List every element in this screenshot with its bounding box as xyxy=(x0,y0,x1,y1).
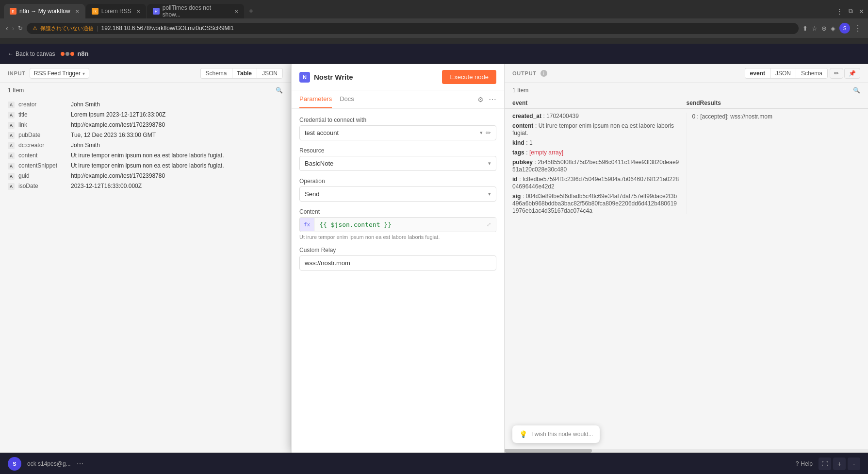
output-edit-icon[interactable]: ✏ xyxy=(830,68,843,79)
back-nav-btn[interactable]: ‹ xyxy=(6,24,8,32)
output-scrollbar[interactable] xyxy=(505,449,868,453)
output-data-grid: created_at : 1702400439 content : Ut iru… xyxy=(505,109,868,453)
content-fx-badge: fx xyxy=(300,218,314,231)
user-more-icon[interactable]: ⋯ xyxy=(77,460,83,468)
help-label: Help xyxy=(801,460,813,467)
chat-lightbulb-icon: 💡 xyxy=(519,430,527,438)
star-icon[interactable]: ☆ xyxy=(812,25,818,32)
tab-label-poll: pollTimes does not show... xyxy=(163,4,229,18)
restore-icon[interactable]: ⧉ xyxy=(849,7,853,15)
row-type-badge: A xyxy=(8,112,15,118)
tab-label-n8n: n8n → My workflow xyxy=(19,8,70,15)
row-key: pubDate xyxy=(18,132,67,138)
zoom-in-btn[interactable]: + xyxy=(833,457,846,470)
separator: | xyxy=(97,25,98,32)
menu-icon[interactable]: ⋮ xyxy=(854,24,862,33)
row-type-badge: A xyxy=(8,132,15,139)
resource-selector[interactable]: BasicNote ▾ xyxy=(299,156,496,171)
extension-icon2[interactable]: ◈ xyxy=(831,25,835,32)
output-tab-table[interactable]: event xyxy=(745,68,770,79)
custom-relay-input[interactable] xyxy=(299,255,496,271)
operation-value: Send xyxy=(305,190,319,198)
execute-node-button[interactable]: Execute node xyxy=(442,70,496,84)
tab-parameters[interactable]: Parameters xyxy=(299,90,332,108)
output-key: created_at : 1702400439 xyxy=(512,113,680,119)
tab-poll[interactable]: P pollTimes does not show... ✕ xyxy=(147,4,244,18)
output-item-count: 1 Item xyxy=(512,87,528,94)
back-to-canvas-btn[interactable]: ← Back to canvas xyxy=(8,51,55,57)
tab-bar: n n8n → My workflow ✕ R Lorem RSS ✕ P po… xyxy=(0,0,868,18)
resource-field-group: Resource BasicNote ▾ xyxy=(299,147,496,171)
row-value: http://example.com/test/1702398780 xyxy=(71,172,165,179)
tab-n8n[interactable]: n n8n → My workflow ✕ xyxy=(4,4,85,18)
col-header-event: event xyxy=(512,100,687,106)
modal-action-icons: ⚙ ⋯ xyxy=(477,95,496,104)
row-value: Tue, 12 Dec 2023 16:33:00 GMT xyxy=(71,132,156,138)
reload-btn[interactable]: ↻ xyxy=(18,25,23,32)
output-search-icon[interactable]: 🔍 xyxy=(853,87,860,94)
resource-arrow: ▾ xyxy=(488,160,491,167)
row-value: Ut irure tempor enim ipsum non ea est la… xyxy=(71,162,224,169)
tab-lorem[interactable]: R Lorem RSS ✕ xyxy=(86,4,146,18)
settings-icon[interactable]: ⚙ xyxy=(477,96,484,103)
chat-bubble[interactable]: 💡 I wish this node would... xyxy=(512,425,600,443)
row-value: Ut irure tempor enim ipsum non ea est la… xyxy=(71,152,224,159)
input-tab-table[interactable]: Table xyxy=(232,68,257,79)
row-type-badge: A xyxy=(8,163,15,169)
input-source-selector[interactable]: RSS Feed Trigger ▾ xyxy=(30,68,89,79)
input-data-rows: A creator John Smith A title Lorem ipsum… xyxy=(0,98,291,453)
app-logo-label: n8n xyxy=(77,50,88,57)
send-results-value: 0 : [accepted]: wss://nostr.mom xyxy=(692,113,772,120)
tab-docs[interactable]: Docs xyxy=(340,90,354,108)
output-field-created-at: created_at : 1702400439 xyxy=(512,113,680,119)
input-tab-schema[interactable]: Schema xyxy=(200,68,232,79)
resource-label: Resource xyxy=(299,147,496,154)
tab-add[interactable]: + xyxy=(245,5,257,17)
profile-icon[interactable]: S xyxy=(839,23,850,34)
bottom-bar: S ock s14pes@g... ⋯ ? Help ⛶ + - xyxy=(0,453,868,474)
help-btn[interactable]: ? Help xyxy=(796,460,813,467)
col-header-send-results: sendResults xyxy=(687,100,861,106)
input-tab-json[interactable]: JSON xyxy=(257,68,283,79)
tab-close-lorem[interactable]: ✕ xyxy=(136,9,140,14)
address-bar[interactable]: ⚠ 保護されていない通信 | 192.168.10.6:5678/workflo… xyxy=(27,23,799,34)
table-row: A content Ut irure tempor enim ipsum non… xyxy=(0,151,291,161)
operation-field-group: Operation Send ▾ xyxy=(299,178,496,202)
output-pin-icon[interactable]: 📌 xyxy=(844,68,860,79)
operation-label: Operation xyxy=(299,178,496,185)
zoom-controls: ⛶ + - xyxy=(819,457,860,470)
content-resize-icon[interactable]: ⤢ xyxy=(487,221,491,228)
content-input-row[interactable]: fx {{ $json.content }} ⤢ xyxy=(299,217,496,232)
input-tabs: Schema Table JSON xyxy=(200,68,283,79)
credential-value: test account xyxy=(305,129,339,136)
forward-nav-btn[interactable]: › xyxy=(12,24,15,32)
n8n-logo-icon xyxy=(61,49,74,59)
tab-list-icon[interactable]: ⋮ xyxy=(836,8,843,15)
more-icon[interactable]: ⋯ xyxy=(489,95,496,104)
output-tab-json[interactable]: JSON xyxy=(770,68,796,79)
row-key: dc:creator xyxy=(18,142,67,149)
fullscreen-btn[interactable]: ⛶ xyxy=(819,457,831,470)
input-search-icon[interactable]: 🔍 xyxy=(276,87,283,94)
modal-node-icon: N xyxy=(299,72,310,83)
input-panel: INPUT RSS Feed Trigger ▾ Schema Table JS… xyxy=(0,64,291,453)
back-arrow-icon: ← xyxy=(8,51,14,57)
share-icon[interactable]: ⬆ xyxy=(802,25,808,32)
output-scrollbar-thumb[interactable] xyxy=(505,449,592,453)
extension-icon1[interactable]: ⊕ xyxy=(821,25,827,32)
output-event-col: created_at : 1702400439 content : Ut iru… xyxy=(512,113,687,214)
output-tab-schema[interactable]: Schema xyxy=(796,68,828,79)
tab-close-poll[interactable]: ✕ xyxy=(234,9,238,14)
zoom-out-btn[interactable]: - xyxy=(848,457,860,470)
tab-close-n8n[interactable]: ✕ xyxy=(75,9,79,14)
credential-actions: ▾ ✏ xyxy=(480,129,491,136)
input-item-count-row: 1 Item 🔍 xyxy=(0,83,291,98)
close-window-icon[interactable]: ✕ xyxy=(859,8,864,15)
credential-selector[interactable]: test account ▾ ✏ xyxy=(299,125,496,140)
content-value: {{ $json.content }} xyxy=(319,221,392,228)
row-value: John Smith xyxy=(71,142,100,149)
tab-controls: ⋮ ⧉ ✕ xyxy=(836,7,864,15)
content-input-main[interactable]: {{ $json.content }} ⤢ xyxy=(314,218,496,232)
operation-selector[interactable]: Send ▾ xyxy=(299,186,496,202)
credential-edit-icon[interactable]: ✏ xyxy=(486,129,491,136)
